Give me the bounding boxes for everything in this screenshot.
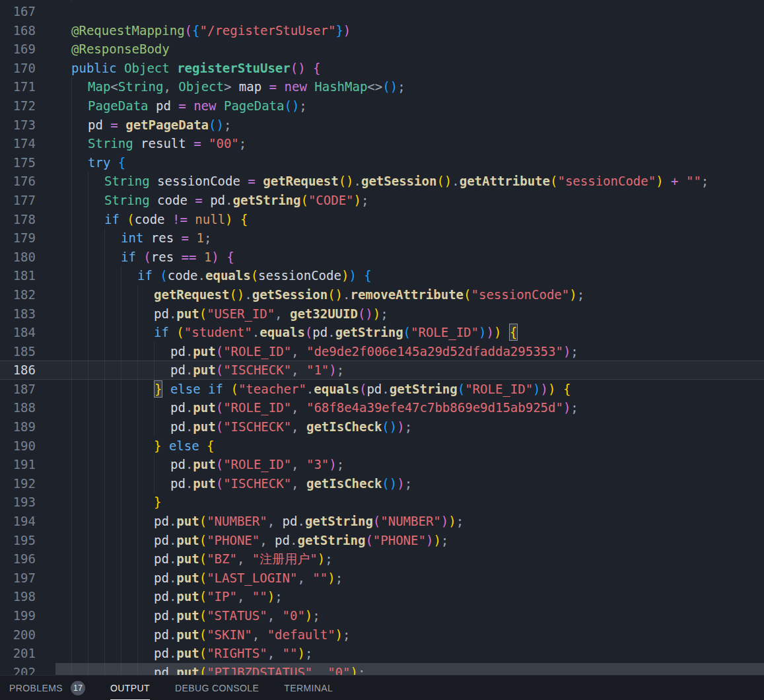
code-token: ( (251, 266, 258, 285)
code-line[interactable]: 180if (res == 1) { (0, 248, 764, 267)
line-number[interactable]: 191 (0, 455, 55, 474)
code-line[interactable]: 198pd.put("IP", ""); (0, 587, 764, 606)
code-line[interactable]: 193} (0, 493, 764, 512)
line-number[interactable]: 170 (0, 59, 55, 78)
panel-tab-terminal[interactable]: TERMINAL (284, 676, 333, 700)
line-number[interactable]: 173 (0, 116, 55, 135)
line-number[interactable]: 194 (0, 512, 55, 531)
panel-tab-problems[interactable]: PROBLEMS17 (9, 676, 85, 700)
code-line[interactable]: 178if (code != null) { (0, 210, 764, 229)
indent-guide (104, 493, 121, 512)
line-number[interactable]: 190 (0, 437, 55, 456)
code-line[interactable]: 199pd.put("STATUS", "0"); (0, 606, 764, 625)
code-line[interactable]: 170public Object registerStuUser() { (0, 59, 764, 78)
indent-guide (71, 77, 88, 96)
indent-guide (88, 455, 104, 474)
line-number[interactable]: 169 (0, 40, 55, 59)
code-line[interactable]: 176String sessionCode = getRequest().get… (0, 172, 764, 191)
code-line[interactable]: 202pd.put("PTJBZDSTATUS", "0"); (0, 663, 764, 675)
line-number[interactable]: 177 (0, 191, 55, 210)
line-number[interactable]: 179 (0, 228, 55, 248)
code-line[interactable]: 187} else if ("teacher".equals(pd.getStr… (0, 380, 764, 399)
indent-guide (71, 437, 88, 456)
line-number[interactable]: 187 (0, 380, 55, 399)
code-token: "CODE" (308, 191, 354, 210)
code-line[interactable]: 167 (0, 2, 764, 21)
code-line[interactable]: 186pd.put("ISCHECK", "1"); (0, 361, 764, 380)
line-number[interactable]: 202 (0, 663, 55, 675)
code-line[interactable]: 179int res = 1; (0, 228, 764, 248)
panel-tab-output[interactable]: OUTPUT (110, 676, 150, 700)
line-number[interactable]: 180 (0, 248, 55, 267)
code-line[interactable]: 195pd.put("PHONE", pd.getString("PHONE")… (0, 531, 764, 550)
line-number[interactable]: 197 (0, 569, 55, 588)
code-token: ) (533, 380, 540, 399)
code-token: ; (312, 606, 320, 625)
code-line[interactable]: 184if ("student".equals(pd.getString("RO… (0, 323, 764, 342)
line-number[interactable]: 195 (0, 531, 55, 550)
code-line[interactable]: 192pd.put("ISCHECK", getIsCheck()); (0, 474, 764, 493)
line-number[interactable]: 171 (0, 77, 55, 96)
indent-guide (88, 323, 104, 342)
line-number[interactable]: 176 (0, 172, 55, 191)
code-token: ; (337, 361, 344, 380)
code-line[interactable]: 201pd.put("RIGHTS", ""); (0, 644, 764, 663)
code-line[interactable]: 169@ResponseBody (0, 40, 764, 59)
line-number[interactable]: 193 (0, 493, 55, 512)
indent-guide (104, 531, 121, 550)
line-number[interactable]: 201 (0, 644, 55, 663)
code-line[interactable]: 177String code = pd.getString("CODE"); (0, 191, 764, 210)
indent-guide (55, 625, 71, 645)
line-number[interactable]: 182 (0, 285, 55, 304)
code-token: ( (199, 549, 207, 569)
code-line[interactable]: 190} else { (0, 437, 764, 456)
panel-tab-debug-console[interactable]: DEBUG CONSOLE (175, 676, 259, 700)
line-number[interactable]: 167 (0, 2, 55, 21)
line-number[interactable]: 192 (0, 474, 55, 493)
code-line[interactable]: 194pd.put("NUMBER", pd.getString("NUMBER… (0, 512, 764, 531)
code-line[interactable]: 185pd.put("ROLE_ID", "de9de2f006e145a29d… (0, 342, 764, 361)
code-token: } (154, 437, 161, 456)
line-number[interactable]: 188 (0, 398, 55, 417)
line-number[interactable]: 184 (0, 323, 55, 342)
line-number[interactable]: 198 (0, 587, 55, 606)
code-line[interactable]: 196pd.put("BZ", "注册用户"); (0, 549, 764, 569)
code-line-content (55, 2, 764, 21)
indent-guide (121, 531, 137, 550)
line-number[interactable]: 199 (0, 606, 55, 625)
line-number[interactable]: 175 (0, 153, 55, 172)
line-number[interactable]: 178 (0, 210, 55, 229)
code-line[interactable]: 171Map<String, Object> map = new HashMap… (0, 77, 764, 96)
code-line[interactable]: 197pd.put("LAST_LOGIN", ""); (0, 569, 764, 588)
code-token: ) (351, 663, 358, 675)
line-number[interactable]: 189 (0, 417, 55, 437)
line-number[interactable]: 186 (0, 361, 55, 380)
code-token: == (182, 248, 204, 267)
code-line[interactable]: 200pd.put("SKIN", "default"); (0, 625, 764, 645)
line-number[interactable]: 200 (0, 625, 55, 645)
indent-guide (121, 455, 137, 474)
code-line[interactable]: 174String result = "00"; (0, 134, 764, 153)
code-line[interactable]: 189pd.put("ISCHECK", getIsCheck()); (0, 417, 764, 437)
line-number[interactable]: 185 (0, 342, 55, 361)
code-token: "ROLE_ID" (411, 323, 479, 342)
code-line[interactable]: 183pd.put("USER_ID", get32UUID()); (0, 304, 764, 324)
code-editor[interactable]: 166Map<String, Object> map = new HashMap… (0, 0, 764, 675)
code-line[interactable]: 175try { (0, 153, 764, 172)
line-number[interactable]: 168 (0, 21, 55, 40)
line-number[interactable]: 174 (0, 134, 55, 153)
code-line[interactable]: 172PageData pd = new PageData(); (0, 96, 764, 116)
line-number[interactable]: 172 (0, 96, 55, 116)
code-line[interactable]: 181if (code.equals(sessionCode)) { (0, 266, 764, 285)
code-line[interactable]: 191pd.put("ROLE_ID", "3"); (0, 455, 764, 474)
code-token: Map (88, 77, 110, 96)
code-line[interactable]: 173pd = getPageData(); (0, 116, 764, 135)
line-number[interactable]: 183 (0, 304, 55, 324)
code-line[interactable]: 168@RequestMapping({"/registerStuUser"}) (0, 21, 764, 40)
line-number[interactable]: 196 (0, 549, 55, 569)
code-line[interactable]: 182getRequest().getSession().removeAttri… (0, 285, 764, 304)
code-token: "student" (184, 323, 252, 342)
code-token: pd (283, 512, 298, 531)
code-line[interactable]: 188pd.put("ROLE_ID", "68f8e4a39efe47c7bb… (0, 398, 764, 417)
line-number[interactable]: 181 (0, 266, 55, 285)
